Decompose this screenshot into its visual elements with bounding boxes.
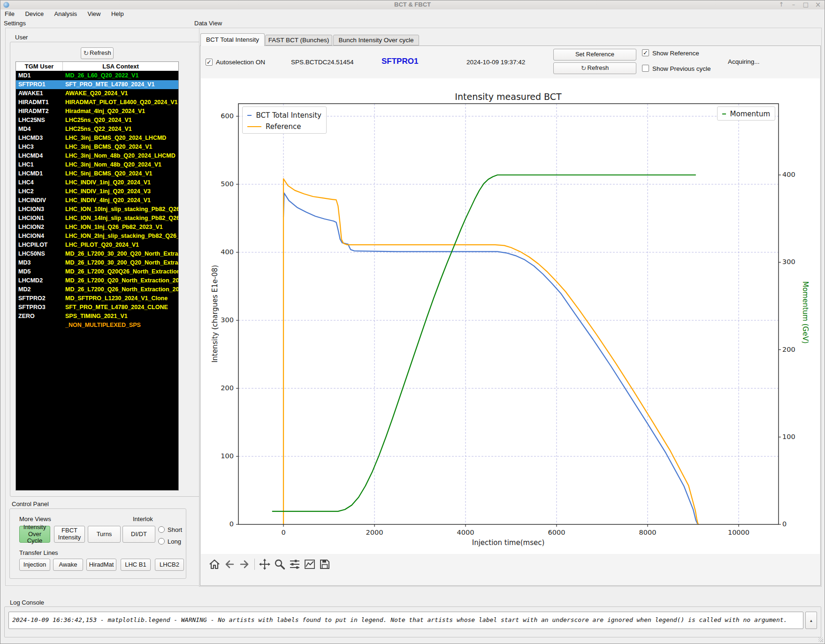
lsa-context-cell[interactable]: LHC_INDIV_1inj_Q20_2024_V1 xyxy=(63,178,178,187)
table-row[interactable]: _NON_MULTIPLEXED_SPS xyxy=(16,321,178,330)
hiradmat-button[interactable]: HiradMat xyxy=(86,559,116,571)
table-row[interactable]: HIRADMT2Hiradmat_4Inj_Q20_2024_V1 xyxy=(16,107,178,116)
dataview-refresh-button[interactable]: ↻ Refresh xyxy=(553,62,636,74)
user-refresh-button[interactable]: ↻ Refresh xyxy=(81,47,114,59)
interlok-short-radio[interactable] xyxy=(158,526,165,533)
lsa-context-cell[interactable]: SFT_PRO_MTE_L4780_2024_CLONE xyxy=(63,303,178,312)
table-row[interactable]: LHCMD4LHC_3inj_Nom_48b_Q20_2024_LHCMD xyxy=(16,152,178,160)
interlok-long-label[interactable]: Long xyxy=(168,538,181,545)
tgm-user-cell[interactable]: LHC3 xyxy=(16,143,63,152)
table-row[interactable]: ZEROSPS_TIMING_2021_V1 xyxy=(16,312,178,321)
table-row[interactable]: LHCION3LHC_ION_10Inj_slip_stacking_Pb82_… xyxy=(16,205,178,214)
di-dt-button[interactable]: DI/DT xyxy=(122,526,155,543)
table-row[interactable]: LHCMD1LHC_5inj_BCMS_Q20_2024_V1 xyxy=(16,169,178,178)
tgm-user-cell[interactable]: HIRADMT2 xyxy=(16,107,63,116)
tab-bunch-intensity-over-cycle[interactable]: Bunch Intensity Over cycle xyxy=(333,35,419,45)
tgm-user-cell[interactable]: LHCMD3 xyxy=(16,134,63,143)
tgm-user-cell[interactable]: LHCPILOT xyxy=(16,241,63,250)
table-row[interactable]: LHC2LHC_INDIV_1inj_Q20_2024_V3 xyxy=(16,187,178,196)
tgm-user-cell[interactable]: LHC1 xyxy=(16,160,63,169)
lsa-context-cell[interactable]: MD_26_L7200_30_200_Q20_North_Extractio..… xyxy=(63,250,178,258)
table-row[interactable]: LHCION4LHC_ION_2Inj_slip_stacking_Pb82_Q… xyxy=(16,232,178,241)
save-icon[interactable] xyxy=(317,557,332,571)
table-row[interactable]: LHCION1LHC_ION_14Inj_slip_stacking_Pb82_… xyxy=(16,214,178,223)
tgm-user-cell[interactable]: LHC4 xyxy=(16,178,63,187)
lsa-context-cell[interactable]: AWAKE_Q20_2024_V1 xyxy=(63,89,178,98)
lsa-context-cell[interactable]: LHC_3inj_Nom_48b_Q20_2024_V1 xyxy=(63,160,178,169)
zoom-icon[interactable] xyxy=(272,557,287,571)
menu-file[interactable]: File xyxy=(0,10,19,18)
table-row[interactable]: LHC4LHC_INDIV_1inj_Q20_2024_V1 xyxy=(16,178,178,187)
table-row[interactable]: SFTPRO3SFT_PRO_MTE_L4780_2024_CLONE xyxy=(16,303,178,312)
minimize-button[interactable]: – xyxy=(788,0,799,9)
tab-fast-bct-bunches[interactable]: FAST BCT (Bunches) xyxy=(265,35,332,45)
fbct-intensity-button[interactable]: FBCT Intensity xyxy=(54,526,85,543)
tgm-user-cell[interactable]: SFTPRO2 xyxy=(16,294,63,303)
lsa-context-cell[interactable]: LHC_PILOT_Q20_2024_V1 xyxy=(63,241,178,250)
table-row[interactable]: LHC50NSMD_26_L7200_30_200_Q20_North_Extr… xyxy=(16,250,178,258)
forward-icon[interactable] xyxy=(237,557,252,571)
tgm-user-cell[interactable]: AWAKE1 xyxy=(16,89,63,98)
menu-analysis[interactable]: Analysis xyxy=(50,10,81,18)
subplots-icon[interactable] xyxy=(287,557,302,571)
lsa-context-cell[interactable]: MD_26_L7200_Q26_North_Extraction_2024... xyxy=(63,285,178,294)
lhcb2-button[interactable]: LHCB2 xyxy=(155,559,184,571)
tgm-user-cell[interactable]: MD5 xyxy=(16,267,63,276)
lsa-context-cell[interactable]: MD_26_L7200_Q20_North_Extraction_2024... xyxy=(63,276,178,285)
show-reference-checkbox[interactable]: ✓ xyxy=(642,49,649,56)
lsa-context-cell[interactable]: LHC_ION_10Inj_slip_stacking_Pb82_Q26_2..… xyxy=(63,205,178,214)
tgm-user-cell[interactable]: MD4 xyxy=(16,125,63,134)
tgm-user-cell[interactable]: LHC2 xyxy=(16,187,63,196)
intensity-over-cycle-button[interactable]: Intensity Over Cycle xyxy=(19,526,50,543)
title-bar[interactable]: BCT & FBCT ↑ – □ × xyxy=(0,0,825,10)
table-row[interactable]: MD3MD_26_L7200_30_200_Q20_North_Extracti… xyxy=(16,258,178,267)
lsa-context-cell[interactable]: LHC_5inj_BCMS_Q20_2024_V1 xyxy=(63,169,178,178)
tgm-user-cell[interactable]: MD1 xyxy=(16,71,63,80)
lsa-context-cell[interactable]: LHC_ION_2Inj_slip_stacking_Pb82_Q26_20..… xyxy=(63,232,178,241)
table-row[interactable]: MD4LHC25ns_Q22_2024_V1 xyxy=(16,125,178,134)
lsa-context-cell[interactable]: LHC_3inj_BCMS_Q20_2024_LHCMD xyxy=(63,134,178,143)
interlok-long-radio[interactable] xyxy=(158,538,165,545)
pan-icon[interactable] xyxy=(257,557,272,571)
table-row[interactable]: LHCPILOTLHC_PILOT_Q20_2024_V1 xyxy=(16,241,178,250)
table-row[interactable]: HIRADMT1HIRADMAT_PILOT_L8400_Q20_2024_V1 xyxy=(16,98,178,107)
autoselection-checkbox[interactable]: ✓ xyxy=(206,59,213,66)
resize-grip[interactable] xyxy=(818,637,823,642)
tgm-user-cell[interactable]: HIRADMT1 xyxy=(16,98,63,107)
lsa-context-cell[interactable]: LHC25ns_Q22_2024_V1 xyxy=(63,125,178,134)
turns-button[interactable]: Turns xyxy=(88,526,121,543)
chart-canvas[interactable] xyxy=(201,78,820,554)
tgm-user-cell[interactable]: LHC50NS xyxy=(16,250,63,258)
lsa-context-cell[interactable]: MD_26_L60_Q20_2022_V1 xyxy=(63,71,178,80)
table-row[interactable]: LHCINDIVLHC_INDIV_4Inj_Q20_2024_V1 xyxy=(16,196,178,205)
table-row[interactable]: AWAKE1AWAKE_Q20_2024_V1 xyxy=(16,89,178,98)
lsa-context-cell[interactable]: SPS_TIMING_2021_V1 xyxy=(63,312,178,321)
close-button[interactable]: × xyxy=(812,0,824,9)
lsa-context-cell[interactable]: LHC_3inj_Nom_48b_Q20_2024_LHCMD xyxy=(63,152,178,160)
table-row[interactable]: LHCMD2MD_26_L7200_Q20_North_Extraction_2… xyxy=(16,276,178,285)
show-previous-cycle-checkbox[interactable] xyxy=(642,65,649,72)
table-row[interactable]: SFTPRO2MD_SFTPRO_L1230_2024_V1_Clone xyxy=(16,294,178,303)
column-header-tgm-user[interactable]: TGM User xyxy=(16,62,63,71)
lsa-context-cell[interactable]: MD_SFTPRO_L1230_2024_V1_Clone xyxy=(63,294,178,303)
table-row[interactable]: LHC25NSLHC25ns_Q20_2024_V1 xyxy=(16,116,178,125)
tab-bct-total-intensity[interactable]: BCT Total Intensity xyxy=(200,33,265,46)
injection-button[interactable]: Injection xyxy=(19,559,50,571)
tgm-user-cell[interactable]: LHCMD2 xyxy=(16,276,63,285)
table-row[interactable]: SFTPRO1SFT_PRO_MTE_L4780_2024_V1 xyxy=(16,80,178,89)
menu-view[interactable]: View xyxy=(83,10,105,18)
table-row[interactable]: MD2MD_26_L7200_Q26_North_Extraction_2024… xyxy=(16,285,178,294)
customize-icon[interactable] xyxy=(302,557,317,571)
tgm-user-cell[interactable]: LHCMD1 xyxy=(16,169,63,178)
set-reference-button[interactable]: Set Reference xyxy=(553,49,636,61)
tgm-user-cell[interactable]: LHC25NS xyxy=(16,116,63,125)
table-row[interactable]: LHC1LHC_3inj_Nom_48b_Q20_2024_V1 xyxy=(16,160,178,169)
lsa-context-cell[interactable]: LHC_INDIV_4Inj_Q20_2024_V1 xyxy=(63,196,178,205)
table-row[interactable]: LHCMD3LHC_3inj_BCMS_Q20_2024_LHCMD xyxy=(16,134,178,143)
lsa-context-cell[interactable]: LHC_3inj_BCMS_Q20_2024_V1 xyxy=(63,143,178,152)
lsa-context-cell[interactable]: LHC25ns_Q20_2024_V1 xyxy=(63,116,178,125)
legend-momentum[interactable]: Momentum xyxy=(717,106,775,121)
lsa-context-cell[interactable]: SFT_PRO_MTE_L4780_2024_V1 xyxy=(63,80,178,89)
home-icon[interactable] xyxy=(207,557,222,571)
tgm-user-table[interactable]: TGM User LSA Context MD1MD_26_L60_Q20_20… xyxy=(15,61,179,491)
